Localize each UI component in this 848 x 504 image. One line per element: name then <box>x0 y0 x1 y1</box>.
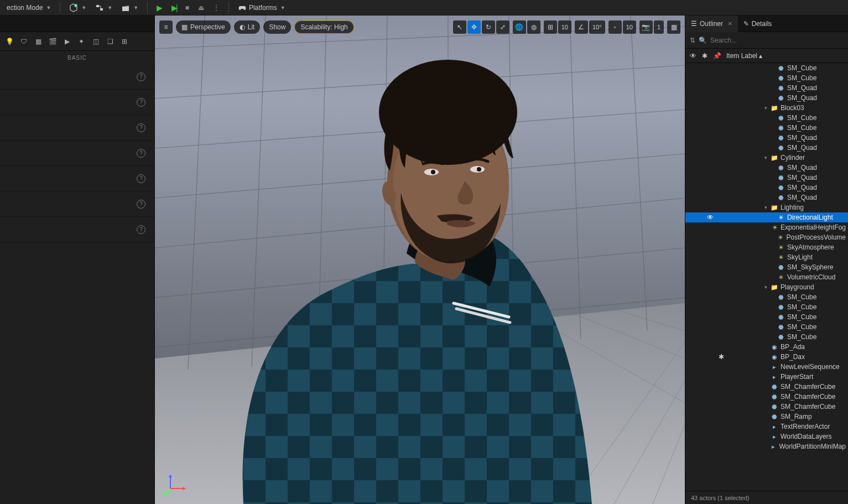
help-icon[interactable]: ? <box>137 149 145 158</box>
selection-mode-dropdown[interactable]: ection Mode ▼ <box>3 2 54 14</box>
play-options-button[interactable]: ⋮ <box>210 2 223 14</box>
play-step-button[interactable]: ▶| <box>168 2 180 14</box>
show-dropdown[interactable]: Show <box>263 20 291 34</box>
expand-arrow-icon[interactable]: ▾ <box>763 205 768 210</box>
basic-actor-row[interactable]: ? <box>0 191 154 217</box>
left-search-bar[interactable] <box>0 15 154 32</box>
tree-node[interactable]: ⬣SM_Cube <box>685 123 848 133</box>
help-icon[interactable]: ? <box>137 225 145 234</box>
tree-node[interactable]: ☀ExponentialHeightFog <box>685 222 848 232</box>
tree-node[interactable]: ⬣SM_Quad <box>685 183 848 193</box>
column-header-label[interactable]: Item Label ▴ <box>724 52 844 60</box>
grid-snap-value[interactable]: 10 <box>558 20 571 34</box>
shield-icon[interactable]: 🛡 <box>19 37 29 46</box>
tree-node[interactable]: ◉BP_Ada <box>685 342 848 352</box>
scale-tool[interactable]: ⤢ <box>496 20 509 34</box>
camera-speed-value[interactable]: 1 <box>654 20 664 34</box>
blueprints-button[interactable]: ▼ <box>92 2 116 14</box>
fx-icon[interactable]: ✦ <box>76 37 86 46</box>
tree-node[interactable]: ⬣SM_Cube <box>685 302 848 312</box>
help-icon[interactable]: ? <box>137 98 145 107</box>
lit-dropdown[interactable]: ◐ Lit <box>234 20 261 34</box>
tree-node[interactable]: ⬣SM_Quad <box>685 83 848 93</box>
tree-node[interactable]: ▾📁Block03 <box>685 103 848 113</box>
play-button[interactable]: ▶ <box>153 2 166 14</box>
platforms-dropdown[interactable]: Platforms ▼ <box>235 2 289 14</box>
tree-node[interactable]: ⬣SM_Cube <box>685 63 848 73</box>
basic-actor-row[interactable]: ? <box>0 141 154 166</box>
tree-node[interactable]: ⬣SM_Cube <box>685 73 848 83</box>
tree-node[interactable]: 👁☀DirectionalLight <box>685 212 848 222</box>
select-tool[interactable]: ↖ <box>453 20 466 34</box>
outliner-search-input[interactable] <box>710 37 844 44</box>
light-bulb-icon[interactable]: 💡 <box>4 37 14 46</box>
expand-arrow-icon[interactable]: ▾ <box>763 155 768 160</box>
add-content-button[interactable]: ▼ <box>66 2 90 14</box>
expand-arrow-icon[interactable]: ▾ <box>763 284 768 290</box>
help-icon[interactable]: ? <box>137 123 145 132</box>
tree-node[interactable]: ⬣SM_Cube <box>685 332 848 342</box>
tree-node[interactable]: ⬣SM_Quad <box>685 143 848 153</box>
tree-node[interactable]: ⬣SM_SkySphere <box>685 262 848 272</box>
tree-node[interactable]: ▸WorldDataLayers <box>685 432 848 441</box>
tree-node[interactable]: ⬣SM_ChamferCube <box>685 392 848 402</box>
basic-actor-row[interactable]: ? <box>0 64 154 90</box>
scale-snap-value[interactable]: 10 <box>623 20 636 34</box>
cinematics-button[interactable]: ▼ <box>118 2 142 14</box>
tree-node[interactable]: ✱◉BP_Dax <box>685 352 848 362</box>
tree-node[interactable]: ☀PostProcessVolume <box>685 232 848 242</box>
tree-node[interactable]: ⬣SM_Ramp <box>685 412 848 422</box>
tree-node[interactable]: ☀SkyLight <box>685 252 848 262</box>
tree-node[interactable]: ▸TextRenderActor <box>685 422 848 432</box>
tree-node[interactable]: ⬣SM_ChamferCube <box>685 402 848 412</box>
outliner-tree[interactable]: ⬣SM_Cube⬣SM_Cube⬣SM_Quad⬣SM_Quad▾📁Block0… <box>685 63 848 491</box>
all-icon[interactable]: ⊞ <box>119 37 129 46</box>
tree-node[interactable]: ⬣SM_Quad <box>685 193 848 202</box>
close-icon[interactable]: × <box>728 19 732 28</box>
basic-actor-row[interactable]: ? <box>0 217 154 242</box>
help-icon[interactable]: ? <box>137 72 145 81</box>
basic-actor-row[interactable]: ? <box>0 90 154 115</box>
tree-node[interactable]: ▸PlayerStart <box>685 372 848 382</box>
tree-node[interactable]: ⬣SM_Cube <box>685 322 848 332</box>
basic-actor-row[interactable]: ? <box>0 115 154 141</box>
help-icon[interactable]: ? <box>137 200 145 209</box>
pin-icon[interactable]: 📌 <box>713 52 721 60</box>
tree-node[interactable]: ⬣SM_Cube <box>685 312 848 322</box>
tree-node[interactable]: ⬣SM_Quad <box>685 173 848 183</box>
viewport-menu-button[interactable]: ≡ <box>159 20 173 34</box>
eject-button[interactable]: ⏏ <box>195 2 207 14</box>
tree-node[interactable]: ⬣SM_Quad <box>685 133 848 143</box>
clapboard-icon[interactable]: 🎬 <box>48 37 58 46</box>
star-icon[interactable]: ✱ <box>702 52 710 60</box>
tree-node[interactable]: ▾📁Playground <box>685 282 848 292</box>
tab-details[interactable]: ✎ Details <box>738 15 778 32</box>
coord-space-toggle[interactable]: 🌐 <box>513 20 526 34</box>
viewport[interactable]: ≡ ▦ Perspective ◐ Lit Show Scalability: … <box>155 15 685 504</box>
stop-button[interactable]: ■ <box>182 2 193 14</box>
bookmark-toggle[interactable]: ✱ <box>717 353 725 361</box>
tree-node[interactable]: ▸NewLevelSequence <box>685 362 848 372</box>
angle-snap-toggle[interactable]: ∠ <box>575 20 588 34</box>
expand-arrow-icon[interactable]: ▾ <box>763 105 768 111</box>
basic-actor-row[interactable]: ? <box>0 166 154 191</box>
tree-node[interactable]: ⬣SM_Quad <box>685 93 848 103</box>
eye-icon[interactable]: 👁 <box>690 52 699 60</box>
filter-icon[interactable]: ⇅ <box>690 37 695 44</box>
surface-snap-toggle[interactable]: ◍ <box>527 20 540 34</box>
tree-node[interactable]: ⬣SM_Cube <box>685 113 848 123</box>
help-icon[interactable]: ? <box>137 174 145 183</box>
translate-tool[interactable]: ✥ <box>467 20 481 34</box>
cube-icon[interactable]: ▦ <box>33 37 43 46</box>
play-icon[interactable]: ▶ <box>62 37 72 46</box>
angle-snap-value[interactable]: 10° <box>589 20 605 34</box>
scalability-button[interactable]: Scalability: High <box>294 20 353 34</box>
tree-node[interactable]: ☀VolumetricCloud <box>685 272 848 282</box>
geometry-icon[interactable]: ◫ <box>91 37 101 46</box>
tree-node[interactable]: ⬣SM_Cube <box>685 292 848 302</box>
tab-outliner[interactable]: ☰ Outliner × <box>685 15 738 32</box>
tree-node[interactable]: ⬣SM_Quad <box>685 163 848 173</box>
tree-node[interactable]: ▾📁Cylinder <box>685 153 848 163</box>
tree-node[interactable]: ▾📁Lighting <box>685 202 848 212</box>
viewport-layout-button[interactable]: ▦ <box>667 20 680 34</box>
